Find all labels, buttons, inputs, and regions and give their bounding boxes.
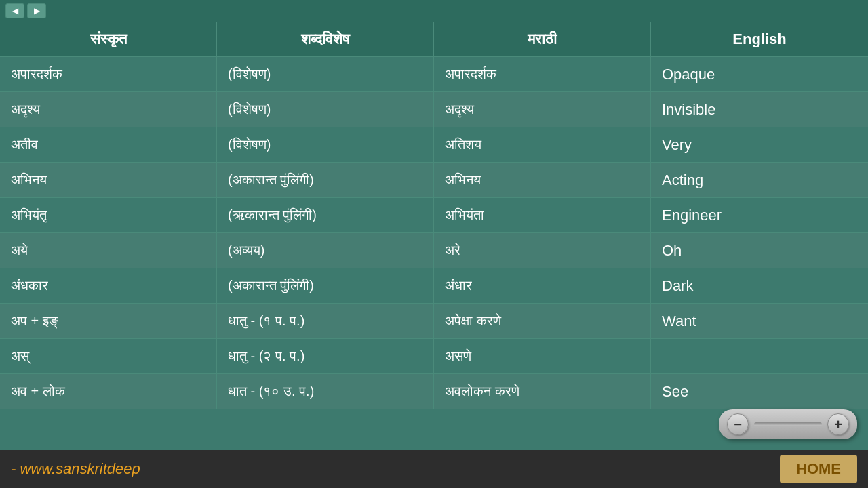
cell-english: Acting xyxy=(651,163,868,197)
cell-sanskrit: अप + इङ् xyxy=(0,304,217,338)
cell-sanskrit: अव + लोक xyxy=(0,374,217,409)
cell-sanskrit: अदृश्य xyxy=(0,92,217,127)
cell-sanskrit: अंधकार xyxy=(0,268,217,303)
cell-shabda: (ऋकारान्त पुंलिंगी) xyxy=(217,198,434,232)
cell-marathi: अंधार xyxy=(434,268,651,303)
cell-shabda: धातु - (१ प. प.) xyxy=(217,304,434,338)
cell-shabda: धात - (१० उ. प.) xyxy=(217,374,434,409)
table-row: अस्धातु - (२ प. प.)असणे xyxy=(0,339,868,374)
cell-marathi: अभिनय xyxy=(434,163,651,197)
cell-marathi: अपारदर्शक xyxy=(434,57,651,92)
table-row: अप + इङ्धातु - (१ प. प.)अपेक्षा करणेWant xyxy=(0,304,868,339)
cell-shabda: (विशेषण) xyxy=(217,92,434,127)
zoom-out-button[interactable]: − xyxy=(727,413,749,435)
cell-marathi: अपेक्षा करणे xyxy=(434,304,651,338)
cell-marathi: असणे xyxy=(434,339,651,373)
cell-english: Want xyxy=(651,304,868,338)
header-shabda: शब्दविशेष xyxy=(217,22,434,56)
table-row: अतीव(विशेषण)अतिशयVery xyxy=(0,127,868,163)
cell-marathi: अवलोकन करणे xyxy=(434,374,651,409)
cell-shabda: धातु - (२ प. प.) xyxy=(217,339,434,373)
cell-english: See xyxy=(651,374,868,409)
cell-sanskrit: अये xyxy=(0,233,217,268)
cell-shabda: (अकारान्त पुंलिंगी) xyxy=(217,268,434,303)
cell-sanskrit: अतीव xyxy=(0,127,217,162)
cell-english: Invisible xyxy=(651,92,868,127)
cell-english: Opaque xyxy=(651,57,868,92)
zoom-control: − + xyxy=(719,409,857,439)
footer-url: - www.sanskritdeep xyxy=(11,460,140,478)
table-row: अपारदर्शक(विशेषण)अपारदर्शकOpaque xyxy=(0,57,868,92)
home-button[interactable]: HOME xyxy=(780,455,857,483)
table-row: अभिनय(अकारान्त पुंलिंगी)अभिनयActing xyxy=(0,163,868,198)
cell-english: Very xyxy=(651,127,868,162)
cell-english xyxy=(651,339,868,373)
table-row: अंधकार(अकारान्त पुंलिंगी)अंधारDark xyxy=(0,268,868,304)
table-header: संस्कृत शब्दविशेष मराठी English xyxy=(0,22,868,57)
cell-shabda: (अकारान्त पुंलिंगी) xyxy=(217,163,434,197)
footer: - www.sanskritdeep HOME xyxy=(0,450,868,488)
cell-marathi: अरे xyxy=(434,233,651,268)
cell-shabda: (विशेषण) xyxy=(217,127,434,162)
cell-marathi: अदृश्य xyxy=(434,92,651,127)
zoom-bar xyxy=(754,422,822,426)
table-row: अभियंतृ(ऋकारान्त पुंलिंगी)अभियंताEnginee… xyxy=(0,198,868,233)
table-row: अये(अव्यय)अरेOh xyxy=(0,233,868,268)
header-marathi: मराठी xyxy=(434,22,651,56)
table-row: अदृश्य(विशेषण)अदृश्यInvisible xyxy=(0,92,868,127)
top-bar: ◀ ▶ xyxy=(0,0,868,22)
cell-english: Dark xyxy=(651,268,868,303)
cell-marathi: अभियंता xyxy=(434,198,651,232)
forward-button[interactable]: ▶ xyxy=(27,3,46,18)
cell-sanskrit: अभिनय xyxy=(0,163,217,197)
header-english: English xyxy=(651,22,868,56)
header-sanskrit: संस्कृत xyxy=(0,22,217,56)
zoom-in-button[interactable]: + xyxy=(827,413,849,435)
back-button[interactable]: ◀ xyxy=(5,3,24,18)
cell-shabda: (विशेषण) xyxy=(217,57,434,92)
cell-english: Engineer xyxy=(651,198,868,232)
cell-sanskrit: अपारदर्शक xyxy=(0,57,217,92)
cell-sanskrit: अस् xyxy=(0,339,217,373)
table-row: अव + लोकधात - (१० उ. प.)अवलोकन करणेSee xyxy=(0,374,868,409)
cell-marathi: अतिशय xyxy=(434,127,651,162)
cell-sanskrit: अभियंतृ xyxy=(0,198,217,232)
data-table: अपारदर्शक(विशेषण)अपारदर्शकOpaqueअदृश्य(व… xyxy=(0,57,868,409)
cell-shabda: (अव्यय) xyxy=(217,233,434,268)
cell-english: Oh xyxy=(651,233,868,268)
